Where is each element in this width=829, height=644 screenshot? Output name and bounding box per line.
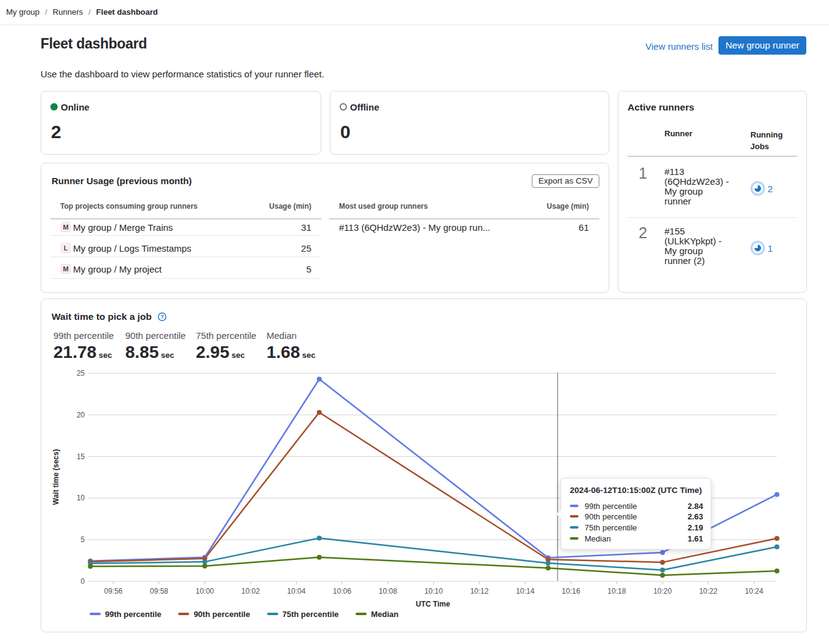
svg-text:10:16: 10:16 — [562, 587, 580, 596]
svg-text:09:56: 09:56 — [104, 587, 122, 596]
svg-text:10:18: 10:18 — [607, 587, 626, 596]
svg-text:10:06: 10:06 — [333, 587, 351, 596]
svg-text:10:22: 10:22 — [699, 587, 717, 596]
svg-text:15: 15 — [77, 452, 85, 461]
svg-text:5: 5 — [80, 535, 85, 544]
svg-text:0: 0 — [80, 577, 85, 586]
svg-text:Wait time (secs): Wait time (secs) — [52, 449, 60, 505]
svg-text:10:08: 10:08 — [379, 587, 397, 596]
svg-text:09:58: 09:58 — [150, 587, 168, 596]
svg-text:10:00: 10:00 — [195, 587, 214, 596]
svg-text:10:24: 10:24 — [745, 587, 763, 596]
svg-text:10: 10 — [77, 494, 85, 502]
svg-text:10:02: 10:02 — [241, 587, 260, 596]
svg-text:10:04: 10:04 — [287, 587, 306, 596]
svg-text:UTC Time: UTC Time — [416, 600, 450, 608]
svg-text:20: 20 — [77, 411, 85, 419]
svg-text:10:10: 10:10 — [424, 587, 443, 596]
svg-text:10:12: 10:12 — [470, 587, 489, 596]
svg-text:10:14: 10:14 — [516, 587, 534, 596]
svg-text:25: 25 — [77, 369, 85, 378]
svg-text:10:20: 10:20 — [653, 587, 672, 596]
